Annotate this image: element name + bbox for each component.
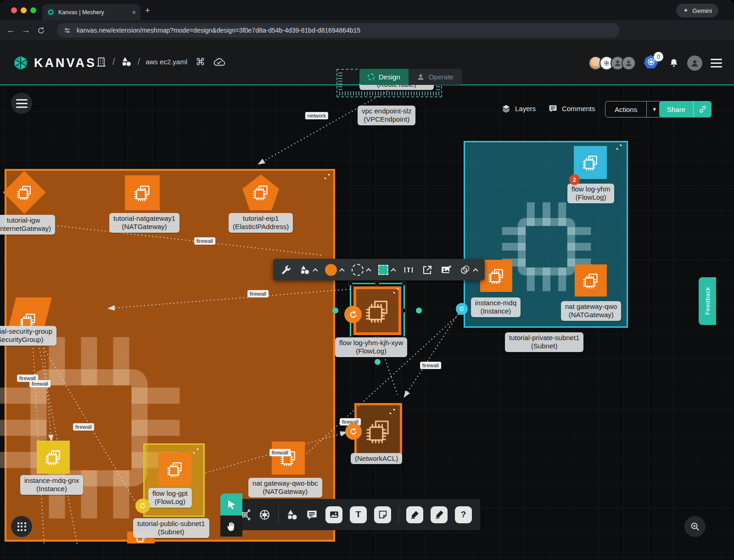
collapse-group-icon[interactable] bbox=[616, 144, 622, 150]
node-nat-gateway-bbc[interactable] bbox=[272, 442, 305, 475]
forward-button[interactable]: → bbox=[22, 25, 30, 35]
shortcuts-icon[interactable]: ⌘ bbox=[196, 56, 205, 67]
zoom-button[interactable] bbox=[684, 516, 706, 537]
window-zoom-button[interactable] bbox=[30, 7, 36, 13]
window-close-button[interactable] bbox=[11, 7, 17, 13]
kubernetes-components-icon[interactable] bbox=[258, 509, 271, 521]
share-label: Share bbox=[659, 101, 693, 118]
collapse-node-icon[interactable] bbox=[393, 288, 399, 294]
status-icon bbox=[349, 427, 358, 436]
notifications-bell-icon[interactable] bbox=[669, 58, 679, 68]
browser-tab[interactable]: Kanvas | Meshery × bbox=[42, 4, 140, 20]
design-canvas[interactable]: Layers Comments Actions ▼ Share (RouteTa… bbox=[0, 85, 734, 560]
copy-link-button[interactable] bbox=[693, 101, 712, 118]
add-image-icon[interactable] bbox=[441, 264, 452, 275]
notification-count-badge[interactable]: 2 bbox=[569, 174, 580, 185]
actions-button[interactable]: Actions ▼ bbox=[605, 101, 662, 118]
shapes-workspace-icon[interactable] bbox=[121, 56, 132, 67]
tab-design[interactable]: Design bbox=[359, 69, 409, 85]
app-window: Kanvas | Meshery × + Gemini ← → kanvas.n… bbox=[0, 0, 734, 560]
node-label: tutorial-security-group(SecurityGroup) bbox=[0, 326, 56, 346]
select-tool-button[interactable] bbox=[220, 493, 242, 515]
share-button[interactable]: Share bbox=[659, 101, 712, 118]
gemini-button[interactable]: Gemini bbox=[676, 4, 718, 17]
canvas-menu-button[interactable] bbox=[11, 93, 32, 114]
node-label: tutorial-private-subnet1(Subnet) bbox=[505, 332, 583, 352]
connection-anchor-dot[interactable] bbox=[456, 303, 468, 315]
rename-text-icon[interactable] bbox=[403, 264, 414, 275]
node-label: tutorial-natgateway1(NATGateway) bbox=[109, 213, 179, 233]
text-tool-button[interactable]: T bbox=[350, 506, 367, 523]
lasso-circles-icon bbox=[459, 264, 471, 275]
user-avatar[interactable] bbox=[687, 56, 702, 71]
shapes-icon bbox=[299, 264, 310, 275]
comments-label: Comments bbox=[562, 105, 595, 112]
kubernetes-context-count-badge: 0 bbox=[654, 52, 663, 62]
pencil-tool-button[interactable] bbox=[431, 506, 448, 523]
open-external-icon[interactable] bbox=[422, 264, 433, 275]
feedback-tab[interactable]: Feedback bbox=[699, 277, 716, 325]
node-instance-gnx[interactable] bbox=[37, 441, 70, 474]
image-icon bbox=[329, 510, 339, 520]
new-tab-button[interactable]: + bbox=[145, 6, 150, 16]
edge-label: firewall bbox=[73, 423, 94, 431]
collapse-group-icon[interactable] bbox=[193, 448, 199, 454]
pan-tool-button[interactable] bbox=[220, 515, 242, 537]
comment-tool-icon[interactable] bbox=[306, 509, 318, 521]
aws-chip-icon bbox=[582, 271, 600, 290]
collaborator-avatar[interactable] bbox=[622, 56, 636, 70]
shape-style-button[interactable] bbox=[378, 265, 395, 275]
fill-color-button[interactable] bbox=[325, 264, 344, 276]
shapes-tool-icon[interactable] bbox=[286, 509, 298, 521]
breadcrumb-separator: / bbox=[138, 56, 140, 67]
node-label: vpc endpoint-slz(VPCEndpoint) bbox=[358, 106, 415, 125]
reload-button[interactable] bbox=[37, 26, 45, 35]
back-button[interactable]: ← bbox=[6, 25, 15, 35]
pen-tool-button[interactable] bbox=[406, 506, 423, 523]
collapse-node-icon[interactable] bbox=[389, 409, 395, 414]
comments-button[interactable]: Comments bbox=[548, 104, 595, 113]
kanvas-logo-icon bbox=[12, 54, 29, 72]
node-flow-log-yhm[interactable] bbox=[574, 146, 607, 179]
deploy-status-badge[interactable] bbox=[135, 498, 150, 513]
node-flow-log-gpt[interactable] bbox=[158, 453, 191, 486]
deploy-status-badge[interactable] bbox=[344, 306, 362, 323]
window-minimize-button[interactable] bbox=[21, 7, 27, 13]
address-bar[interactable]: kanvas.new/extension/meshmap?mode=design… bbox=[57, 23, 620, 38]
layers-icon bbox=[501, 104, 511, 113]
collaborator-avatars bbox=[592, 56, 636, 70]
kubernetes-context-switcher[interactable]: 0 bbox=[644, 55, 661, 71]
design-file-name[interactable]: aws ec2.yaml bbox=[146, 58, 187, 66]
help-button[interactable]: ? bbox=[455, 506, 472, 523]
tab-close-icon[interactable]: × bbox=[132, 9, 136, 16]
node-instance-mdq[interactable] bbox=[480, 260, 512, 292]
shapes-menu-button[interactable] bbox=[299, 264, 317, 275]
aws-chip-icon bbox=[364, 297, 391, 325]
edge-line[interactable] bbox=[258, 91, 388, 164]
apps-grid-button[interactable] bbox=[11, 516, 32, 537]
aws-chip-icon bbox=[166, 460, 184, 478]
border-style-button[interactable] bbox=[352, 264, 370, 276]
image-tool-button[interactable] bbox=[325, 506, 342, 523]
tab-operate[interactable]: Operate bbox=[409, 69, 462, 85]
layers-button[interactable]: Layers bbox=[501, 104, 536, 113]
kanvas-logo[interactable]: KANVAS bbox=[12, 54, 96, 72]
node-nat-gateway-1[interactable] bbox=[125, 175, 160, 210]
dashed-square-icon bbox=[378, 265, 388, 275]
node-nat-gateway-qwo[interactable] bbox=[575, 264, 607, 297]
aws-chip-icon bbox=[487, 267, 505, 285]
organization-icon[interactable] bbox=[95, 56, 107, 67]
collapse-group-icon[interactable] bbox=[324, 174, 330, 179]
canvas-menu-icon bbox=[16, 99, 28, 108]
mode-toggle: Design Operate bbox=[359, 69, 462, 85]
sparkle-icon bbox=[683, 7, 689, 14]
alignment-dot bbox=[416, 308, 422, 314]
group-select-button[interactable] bbox=[459, 264, 477, 275]
sticky-note-tool-button[interactable] bbox=[374, 506, 391, 523]
site-info-icon[interactable] bbox=[63, 27, 71, 34]
deploy-status-badge[interactable] bbox=[345, 423, 362, 440]
configure-wrench-icon[interactable] bbox=[280, 264, 291, 275]
hand-icon bbox=[226, 521, 237, 532]
header-menu-icon[interactable] bbox=[711, 59, 722, 67]
edge-line[interactable] bbox=[404, 311, 460, 398]
